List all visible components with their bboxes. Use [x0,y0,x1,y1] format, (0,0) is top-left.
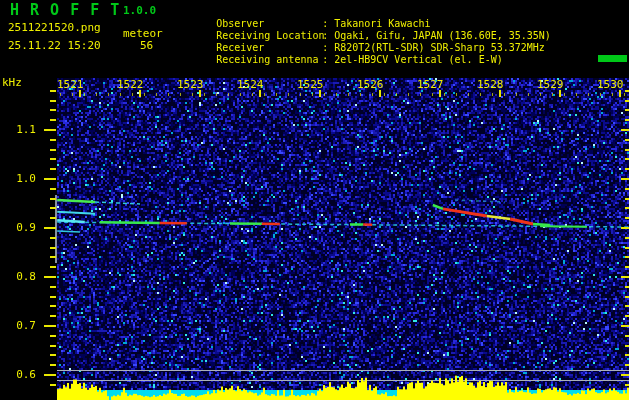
meteor-count: 56 [140,40,153,51]
app-title: H R O F F T [10,3,120,18]
station-info: Observer:Takanori Kawachi Receiving Loca… [180,6,551,54]
info-label: Observer [216,18,322,30]
info-value: 2el-HB9CV Vertical (el. E-W) [334,54,503,65]
progress-bar [598,55,627,62]
freq-tick-label-0.6: 0.6 [2,368,36,381]
info-label: Receiving antenna [216,54,322,66]
freq-tick-label-0.7: 0.7 [2,319,36,332]
time-tick-label-1530: 1530 [597,78,624,91]
info-row-observer: Observer:Takanori Kawachi [180,6,551,18]
info-separator: : [322,30,328,42]
freq-tick-label-0.9: 0.9 [2,221,36,234]
time-tick-label-1521: 1521 [57,78,84,91]
info-value: Takanori Kawachi [334,18,430,29]
time-tick-label-1528: 1528 [477,78,504,91]
info-value: R820T2(RTL-SDR) SDR-Sharp 53.372MHz [334,42,545,53]
freq-tick-label-1.0: 1.0 [2,172,36,185]
freq-unit-label: kHz [2,77,22,88]
time-tick-label-1525: 1525 [297,78,324,91]
time-tick-label-1529: 1529 [537,78,564,91]
app-version: 1.0.0 [123,5,156,16]
info-separator: : [322,18,328,30]
time-tick-label-1526: 1526 [357,78,384,91]
hrofft-screen: H R O F F T 1.0.0 2511221520.png meteor … [0,0,629,400]
info-separator: : [322,42,328,54]
info-label: Receiving Location [216,30,322,42]
time-tick-label-1524: 1524 [237,78,264,91]
freq-tick-label-1.1: 1.1 [2,123,36,136]
time-tick-label-1523: 1523 [177,78,204,91]
time-tick-label-1522: 1522 [117,78,144,91]
info-label: Receiver [216,42,322,54]
time-tick-label-1527: 1527 [417,78,444,91]
output-filename: 2511221520.png [8,22,101,33]
freq-tick-label-0.8: 0.8 [2,270,36,283]
info-value: Ogaki, Gifu, JAPAN (136.60E, 35.35N) [334,30,551,41]
info-separator: : [322,54,328,66]
mode-label: meteor [123,28,163,39]
timestamp: 25.11.22 15:20 [8,40,101,51]
